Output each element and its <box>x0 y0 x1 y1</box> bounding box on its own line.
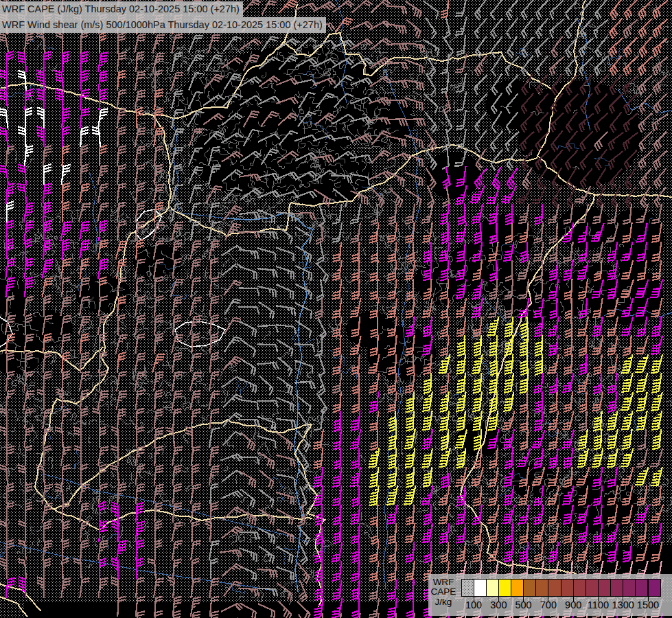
svg-text:300: 300 <box>490 599 507 610</box>
svg-text:WRF: WRF <box>433 577 454 587</box>
svg-text:CAPE: CAPE <box>431 586 456 597</box>
svg-text:100: 100 <box>465 599 482 610</box>
svg-text:900: 900 <box>565 599 581 610</box>
svg-text:1500: 1500 <box>637 599 659 610</box>
svg-text:700: 700 <box>540 599 557 610</box>
svg-text:1300: 1300 <box>612 599 634 610</box>
svg-text:1100: 1100 <box>588 599 609 610</box>
svg-text:500: 500 <box>515 599 531 610</box>
svg-text:J/kg: J/kg <box>435 597 452 607</box>
